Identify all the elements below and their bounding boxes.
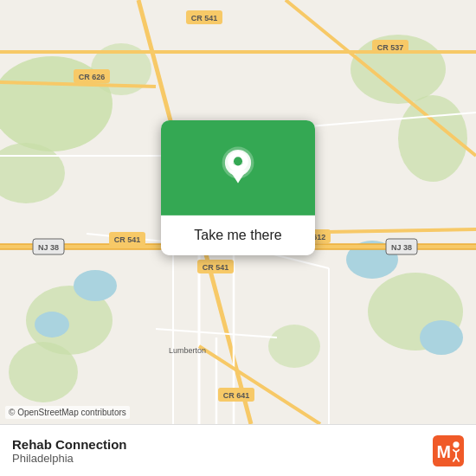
svg-text:CR 537: CR 537 [377, 43, 404, 52]
svg-point-62 [453, 441, 459, 447]
map-container: CR 541 CR 537 CR 626 NJ 38 NJ 38 CR 541 … [0, 0, 476, 424]
take-me-there-button[interactable]: Take me there [161, 215, 315, 255]
popup-map-header [161, 120, 315, 215]
svg-point-12 [420, 320, 463, 355]
place-info: Rehab Connection Philadelphia [12, 437, 127, 465]
svg-text:CR 541: CR 541 [191, 14, 218, 23]
svg-text:CR 626: CR 626 [79, 73, 106, 81]
svg-point-7 [9, 342, 78, 402]
svg-text:NJ 38: NJ 38 [38, 243, 59, 252]
place-name: Rehab Connection [12, 437, 127, 452]
svg-text:CR 541: CR 541 [114, 235, 141, 244]
place-city: Philadelphia [12, 452, 127, 465]
svg-text:Lumberton: Lumberton [169, 346, 206, 355]
svg-text:M: M [437, 442, 451, 461]
location-pin-icon [215, 145, 261, 190]
svg-point-59 [234, 157, 242, 165]
svg-point-10 [74, 270, 117, 301]
location-popup: Take me there [161, 120, 315, 255]
svg-point-13 [35, 312, 69, 338]
map-copyright: © OpenStreetMap contributors [5, 406, 130, 419]
svg-point-9 [268, 325, 320, 368]
moovit-brand-icon: M [433, 435, 464, 466]
svg-text:CR 541: CR 541 [203, 263, 229, 272]
svg-text:CR 641: CR 641 [223, 391, 250, 400]
bottom-bar: Rehab Connection Philadelphia M [0, 424, 476, 476]
svg-text:NJ 38: NJ 38 [391, 243, 412, 252]
moovit-logo: M [433, 435, 464, 466]
